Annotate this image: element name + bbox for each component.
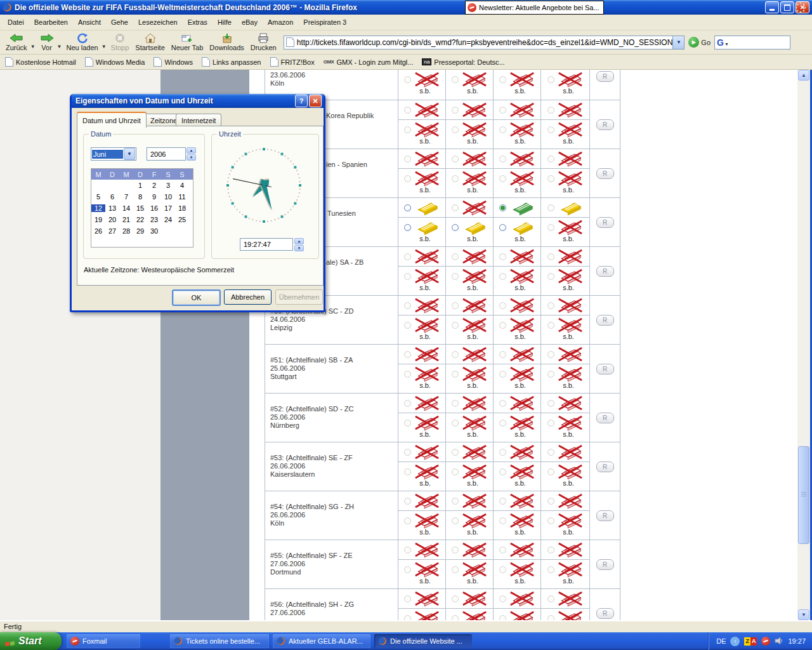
ticket-radio[interactable] (452, 517, 459, 524)
ticket-radio[interactable] (404, 595, 411, 602)
ticket-radio[interactable] (547, 449, 554, 456)
language-indicator[interactable]: DE (716, 637, 726, 645)
ticket-cell[interactable] (446, 394, 493, 413)
bookmark-kostenlose-hotmail[interactable]: Kostenlose Hotmail (5, 57, 76, 67)
ticket-radio[interactable] (499, 498, 506, 505)
ticket-cell-sb[interactable]: s.b. (541, 315, 589, 344)
calendar-day-16[interactable]: 16 (147, 204, 161, 212)
downloads-button[interactable]: Downloads (206, 31, 247, 54)
ticket-cell-sb[interactable]: s.b. (494, 462, 540, 491)
bookmark-links-anpassen[interactable]: Links anpassen (202, 57, 261, 67)
calendar-day-6[interactable]: 6 (105, 193, 119, 201)
ticket-radio[interactable] (547, 322, 554, 329)
ticket-radio[interactable] (547, 156, 554, 162)
calendar-day-13[interactable]: 13 (105, 204, 119, 212)
bookmark-windows-media[interactable]: Windows Media (85, 57, 145, 67)
dialog-close-button[interactable]: ✕ (309, 95, 322, 107)
bookmark-fritz-box[interactable]: FRITZ!Box (270, 57, 315, 67)
ticket-cell[interactable] (446, 589, 493, 609)
google-search-box[interactable]: G ▼ (714, 36, 790, 50)
ticket-cell-sb[interactable]: s.b. (494, 120, 540, 149)
ticket-cell[interactable] (398, 345, 445, 364)
ticket-cell-sb[interactable]: s.b. (446, 169, 493, 197)
ticket-radio[interactable] (547, 126, 554, 133)
ticket-radio[interactable] (499, 175, 506, 182)
ticket-radio[interactable] (499, 449, 506, 456)
ticket-cell[interactable] (398, 100, 445, 120)
ticket-radio[interactable] (404, 615, 411, 620)
reserve-button[interactable]: R (596, 315, 614, 326)
ticket-radio[interactable] (404, 273, 411, 280)
ticket-cell[interactable] (494, 296, 540, 315)
ticket-radio[interactable] (499, 322, 506, 329)
url-text[interactable]: http://tickets.fifaworldcup.com/cgi-bin/… (297, 38, 673, 47)
ticket-radio[interactable] (547, 253, 554, 260)
search-engine-dropdown[interactable]: ▼ (724, 42, 729, 46)
ticket-cell-sb[interactable]: s.b. (541, 70, 589, 98)
ticket-radio[interactable] (547, 371, 554, 378)
ticket-cell[interactable] (398, 394, 445, 413)
zonealarm-icon[interactable]: ZA (744, 637, 757, 646)
ticket-cell-sb[interactable]: s.b. (446, 560, 493, 588)
reserve-button[interactable]: R (596, 71, 614, 82)
calendar-day-28[interactable]: 28 (119, 227, 133, 235)
ticket-cell-sb[interactable]: s.b. (446, 70, 493, 98)
calendar-day-10[interactable]: 10 (161, 193, 175, 201)
ticket-radio[interactable] (499, 420, 506, 427)
calendar-day-3[interactable]: 3 (161, 182, 175, 189)
ticket-cell[interactable] (446, 247, 493, 267)
ticket-radio[interactable] (452, 449, 459, 456)
calendar-day-17[interactable]: 17 (161, 204, 175, 212)
ticket-radio[interactable] (499, 547, 506, 554)
month-select[interactable]: Juni ▼ (91, 147, 136, 161)
calendar-day-26[interactable]: 26 (91, 227, 105, 235)
ticket-radio[interactable] (499, 204, 506, 211)
time-up-button[interactable]: ▲ (294, 238, 304, 244)
ticket-cell-sb[interactable]: s.b. (446, 267, 493, 295)
ticket-cell-sb[interactable]: s.b. (494, 609, 540, 620)
ticket-cell-sb[interactable]: s.b. (494, 413, 540, 442)
calendar-day-11[interactable]: 11 (175, 193, 189, 201)
tab-internetzeit[interactable]: Internetzeit (176, 114, 221, 127)
forward-button[interactable]: Vor (37, 31, 57, 54)
ticket-radio[interactable] (404, 420, 411, 427)
menu-item-extras[interactable]: Extras (183, 17, 213, 28)
ticket-radio[interactable] (547, 351, 554, 358)
ticket-radio[interactable] (404, 449, 411, 456)
ticket-cell-sb[interactable]: s.b. (446, 120, 493, 149)
ticket-cell[interactable] (446, 442, 493, 462)
time-field[interactable]: 19:27:47 (240, 238, 293, 251)
ticket-radio[interactable] (452, 76, 459, 83)
url-dropdown[interactable]: ▼ (672, 36, 684, 49)
ticket-cell[interactable] (446, 198, 493, 218)
calendar-day-4[interactable]: 4 (175, 182, 189, 189)
ticket-radio[interactable] (499, 517, 506, 524)
ticket-radio[interactable] (404, 400, 411, 407)
ticket-cell[interactable] (446, 100, 493, 120)
ticket-cell[interactable] (398, 491, 445, 511)
ticket-radio[interactable] (452, 566, 459, 573)
ticket-radio[interactable] (404, 156, 411, 162)
restore-button[interactable] (780, 1, 794, 13)
ticket-cell-sb[interactable]: s.b. (541, 560, 589, 588)
ticket-cell[interactable] (494, 442, 540, 462)
calendar-day-2[interactable]: 2 (147, 182, 161, 189)
ticket-cell-sb[interactable]: s.b. (446, 511, 493, 540)
ticket-radio[interactable] (452, 273, 459, 280)
calendar-day-20[interactable]: 20 (105, 216, 119, 223)
ticket-radio[interactable] (404, 107, 411, 114)
ticket-radio[interactable] (547, 566, 554, 573)
ticket-radio[interactable] (404, 566, 411, 573)
reserve-button[interactable]: R (596, 168, 614, 179)
ticket-radio[interactable] (404, 175, 411, 182)
calendar-day-23[interactable]: 23 (147, 216, 161, 223)
ticket-radio[interactable] (499, 302, 506, 309)
ticket-radio[interactable] (404, 224, 411, 231)
ticket-radio[interactable] (404, 322, 411, 329)
ticket-radio[interactable] (499, 615, 506, 620)
calendar-day-5[interactable]: 5 (91, 193, 105, 201)
ticket-cell-sb[interactable]: s.b. (398, 364, 445, 393)
ticket-cell-sb[interactable]: s.b. (541, 120, 589, 149)
ticket-radio[interactable] (547, 468, 554, 475)
new-tab-button[interactable]: Neuer Tab (168, 31, 207, 54)
